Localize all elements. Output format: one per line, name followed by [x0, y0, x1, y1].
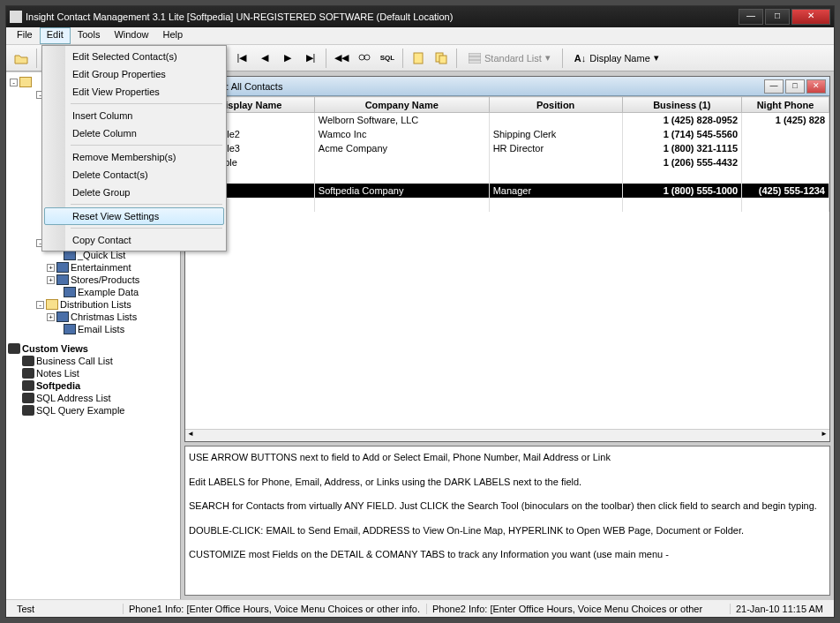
- svg-point-0: [359, 55, 364, 60]
- column-header[interactable]: Company Name: [314, 97, 489, 113]
- column-header[interactable]: Position: [489, 97, 622, 113]
- list-maximize-button[interactable]: □: [785, 79, 805, 94]
- menu-edit[interactable]: Edit: [40, 27, 71, 44]
- binoculars-icon: [22, 393, 34, 403]
- menu-item-reset-view-settings[interactable]: Reset View Settings: [44, 207, 224, 225]
- last-button[interactable]: ▶|: [301, 49, 320, 68]
- prev-button[interactable]: ◀: [255, 49, 274, 68]
- status-phone2: Phone2 Info: [Enter Office Hours, Voice …: [426, 604, 724, 614]
- tree-item[interactable]: Example Data: [8, 286, 178, 298]
- expand-icon[interactable]: +: [47, 313, 55, 321]
- rewind-button[interactable]: ◀◀: [332, 49, 351, 68]
- menubar: FileEditToolsWindowHelp Edit Selected Co…: [6, 27, 834, 45]
- svg-rect-5: [469, 53, 481, 64]
- menu-file[interactable]: File: [10, 27, 40, 44]
- svg-rect-4: [439, 56, 446, 64]
- menu-item-delete-group[interactable]: Delete Group: [44, 184, 224, 201]
- close-button[interactable]: ✕: [791, 9, 830, 25]
- window-title: Insight Contact Management 3.1 Lite [Sof…: [26, 11, 739, 22]
- custom-view-item[interactable]: Softpedia: [8, 379, 178, 392]
- tree-item[interactable]: +Entertainment: [8, 261, 178, 274]
- first-button[interactable]: |◀: [232, 49, 251, 68]
- custom-view-item[interactable]: Notes List: [8, 367, 178, 379]
- minimize-button[interactable]: —: [739, 9, 763, 25]
- grid-icon: [56, 262, 69, 273]
- custom-view-item[interactable]: SQL Query Example: [8, 404, 178, 417]
- table-row[interactable]: [186, 198, 829, 212]
- contact-grid[interactable]: Display NameCompany NamePositionBusiness…: [185, 96, 829, 429]
- svg-rect-2: [414, 53, 423, 64]
- statusbar: Test Phone1 Info: [Enter Office Hours, V…: [6, 599, 834, 617]
- svg-point-1: [364, 55, 370, 60]
- maximize-button[interactable]: □: [765, 9, 790, 25]
- app-icon: [10, 11, 22, 23]
- grid-icon: [64, 287, 76, 297]
- grid-icon: [64, 324, 76, 334]
- custom-view-item[interactable]: SQL Address List: [8, 392, 178, 404]
- grid-icon: [56, 274, 69, 285]
- menu-item-edit-group-properties[interactable]: Edit Group Properties: [44, 65, 224, 83]
- table-row[interactable]: ia TestSoftpedia CompanyManager1 (800) 5…: [186, 184, 829, 198]
- menu-item-edit-selected-contact-s-[interactable]: Edit Selected Contact(s): [44, 48, 224, 65]
- menu-item-insert-column[interactable]: Insert Column: [44, 107, 224, 124]
- menu-item-edit-view-properties[interactable]: Edit View Properties: [44, 83, 224, 101]
- sql-button[interactable]: SQL: [378, 49, 397, 68]
- expand-icon[interactable]: -: [36, 301, 44, 309]
- notes-panel[interactable]: USE ARROW BUTTONS next to field to Add o…: [184, 446, 830, 596]
- copy-button[interactable]: [431, 49, 451, 68]
- list-minimize-button[interactable]: —: [764, 79, 784, 94]
- tree-item[interactable]: +Christmas Lists: [8, 311, 178, 323]
- binoculars-icon: [22, 405, 34, 416]
- main-window: Insight Contact Management 3.1 Lite [Sof…: [5, 5, 835, 618]
- list-window: dard List: All Contacts — □ ✕ Display Na…: [184, 76, 830, 442]
- titlebar[interactable]: Insight Contact Management 3.1 Lite [Sof…: [6, 6, 834, 27]
- table-row[interactable]: s Example2Wamco IncShipping Clerk1 (714)…: [186, 127, 829, 141]
- binoculars-icon: [22, 368, 34, 379]
- menu-tools[interactable]: Tools: [71, 27, 108, 44]
- horizontal-scrollbar[interactable]: [185, 429, 829, 441]
- column-header[interactable]: Business (1): [622, 97, 741, 113]
- custom-view-item[interactable]: Business Call List: [8, 355, 178, 367]
- binoculars-icon: [8, 343, 20, 354]
- folder-icon: [19, 77, 32, 87]
- grid-icon: [56, 312, 69, 322]
- binoculars-icon: [22, 380, 34, 391]
- list-close-button[interactable]: ✕: [806, 79, 826, 94]
- folder-icon: [46, 299, 58, 310]
- note-button[interactable]: [409, 49, 428, 68]
- table-row[interactable]: Welborn Software, LLC1 (425) 828-09521 (…: [186, 113, 829, 127]
- open-button[interactable]: [11, 49, 31, 68]
- tree-item[interactable]: +Stores/Products: [8, 274, 178, 286]
- display-name-dropdown[interactable]: A↓ Display Name ▾: [568, 49, 665, 68]
- menu-item-remove-membership-s-[interactable]: Remove Membership(s): [44, 148, 224, 166]
- table-row[interactable]: ia: [186, 169, 829, 184]
- table-row[interactable]: al Example1 (206) 555-4432: [186, 155, 829, 169]
- menu-item-delete-column[interactable]: Delete Column: [44, 124, 224, 142]
- menu-window[interactable]: Window: [107, 27, 155, 44]
- list-title: dard List: All Contacts: [189, 81, 764, 92]
- edit-menu-dropdown: Edit Selected Contact(s)Edit Group Prope…: [41, 45, 227, 251]
- display-name-label: Display Name: [589, 53, 649, 64]
- expand-icon[interactable]: +: [47, 264, 55, 272]
- expand-icon[interactable]: -: [10, 79, 18, 86]
- column-header[interactable]: Night Phone: [742, 97, 829, 113]
- list-titlebar[interactable]: dard List: All Contacts — □ ✕: [185, 77, 829, 96]
- menu-item-copy-contact[interactable]: Copy Contact: [44, 231, 224, 249]
- tree-item[interactable]: Email Lists: [8, 323, 178, 335]
- table-row[interactable]: s Example3Acme CompanyHR Director1 (800)…: [186, 141, 829, 155]
- menu-item-delete-contact-s-[interactable]: Delete Contact(s): [44, 166, 224, 184]
- menu-help[interactable]: Help: [156, 27, 191, 44]
- search-icon[interactable]: [355, 49, 374, 68]
- next-button[interactable]: ▶: [278, 49, 297, 68]
- binoculars-icon: [22, 356, 34, 366]
- status-phone1: Phone1 Info: [Enter Office Hours, Voice …: [123, 604, 421, 614]
- custom-views-header[interactable]: Custom Views: [8, 342, 178, 355]
- standard-list-label: Standard List: [484, 53, 542, 64]
- standard-list-dropdown[interactable]: Standard List ▾: [462, 49, 557, 68]
- status-left: Test: [11, 604, 117, 614]
- tree-item[interactable]: -Distribution Lists: [8, 298, 178, 311]
- expand-icon[interactable]: +: [47, 276, 55, 284]
- status-date: 21-Jan-10 11:15 AM: [730, 604, 829, 614]
